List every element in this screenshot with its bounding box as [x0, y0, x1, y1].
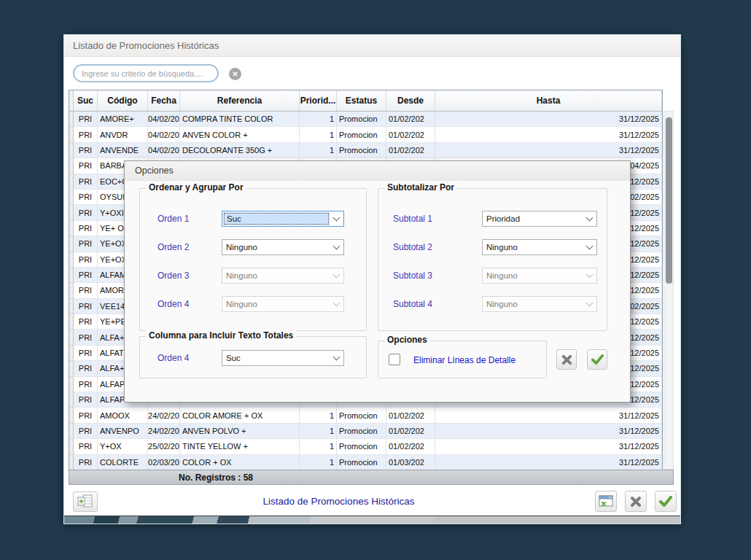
column-chooser-button[interactable] — [73, 491, 98, 512]
search-input[interactable] — [82, 69, 210, 78]
cell-suc: PRI — [74, 424, 98, 439]
table-row[interactable]: PRIAMOOX24/02/20COLOR AMORE + OX1Promoci… — [69, 408, 662, 423]
scrollbar-thumb[interactable] — [666, 117, 672, 284]
eliminar-lineas-checkbox[interactable] — [389, 354, 400, 365]
orden-3-combobox[interactable]: Ninguno — [222, 268, 344, 284]
window-titlebar[interactable]: Listado de Promociones Históricas — [64, 35, 680, 57]
circle-x-icon: ✕ — [232, 70, 238, 78]
orden-3-value: Ninguno — [222, 268, 330, 283]
cell-suc: PRI — [74, 112, 98, 127]
table-row[interactable]: PRIAMORE+04/02/20COMPRA TINTE COLOR1Prom… — [69, 112, 662, 127]
grid-header-row: SucCódigoFechaReferenciaPriorid...Estatu… — [69, 90, 662, 112]
cell-suc: PRI — [74, 268, 98, 283]
orden-2-label: Orden 2 — [157, 242, 189, 252]
search-box[interactable] — [73, 64, 219, 82]
cell-prioridad: 1 — [300, 424, 337, 439]
cell-suc: PRI — [74, 408, 98, 423]
subtotal-3-combobox[interactable]: Ninguno — [482, 268, 597, 284]
subtotal-2-value: Ninguno — [483, 240, 583, 254]
cell-codigo: ANVENDE — [98, 143, 148, 158]
cell-desde: 01/02/202 — [386, 112, 435, 127]
table-row[interactable]: PRIY+OX25/02/20TINTE YELLOW +1Promocion0… — [69, 439, 662, 454]
app-window-export-icon — [599, 495, 613, 508]
cell-hasta: 31/12/2025 — [435, 112, 662, 127]
group-columna-label: Columna para Incluir Texto Totales — [146, 330, 296, 341]
table-row[interactable]: PRIANVENPO24/02/20ANVEN POLVO +1Promocio… — [69, 424, 662, 439]
cell-suc: PRI — [74, 283, 98, 298]
subtotal-2-label: Subtotal 2 — [393, 242, 432, 252]
search-clear-button[interactable]: ✕ — [229, 68, 241, 80]
cell-suc: PRI — [74, 299, 98, 314]
eliminar-lineas-label[interactable]: Eliminar Líneas de Detalle — [413, 355, 515, 365]
cell-hasta: 31/12/2025 — [435, 439, 662, 454]
chevron-down-icon — [583, 211, 596, 226]
cell-suc: PRI — [74, 236, 98, 252]
dialog-accept-button[interactable] — [587, 349, 607, 370]
column-header-estatus[interactable]: Estatus — [337, 90, 386, 111]
cell-fecha: 04/02/20 — [148, 143, 180, 158]
cell-suc: PRI — [74, 392, 98, 408]
orden-2-combobox[interactable]: Ninguno — [222, 239, 344, 255]
window-title: Listado de Promociones Históricas — [73, 40, 219, 51]
record-count-label: No. Registros : 58 — [179, 472, 253, 483]
column-header-fecha[interactable]: Fecha — [148, 90, 180, 111]
columna-orden-1-value: Suc — [222, 351, 330, 365]
orden-4-combobox[interactable]: Ninguno — [222, 296, 344, 312]
cell-suc: PRI — [74, 439, 98, 454]
subtotal-1-combobox[interactable]: Prioridad — [482, 211, 597, 227]
search-area: ✕ — [64, 57, 680, 90]
vertical-scrollbar[interactable] — [664, 111, 674, 470]
table-row[interactable]: PRICOLORTE02/03/20COLOR + OX1Promocion01… — [69, 455, 662, 470]
preview-export-button[interactable] — [595, 491, 617, 512]
cell-desde: 01/03/202 — [386, 455, 435, 470]
column-header-codigo[interactable]: Código — [98, 90, 148, 111]
chevron-down-icon — [330, 240, 343, 254]
chevron-down-icon — [583, 268, 596, 283]
subtotal-2-combobox[interactable]: Ninguno — [482, 239, 597, 255]
orden-1-combobox[interactable]: Suc — [222, 211, 344, 227]
cell-prioridad: 1 — [300, 455, 337, 470]
accept-button[interactable] — [655, 491, 677, 512]
cell-codigo: ANVENPO — [98, 424, 148, 439]
dialog-titlebar[interactable]: Opciones — [125, 161, 630, 181]
column-header-suc[interactable]: Suc — [74, 90, 98, 111]
cell-referencia: COLOR AMORE + OX — [180, 408, 300, 423]
cell-suc: PRI — [74, 143, 98, 158]
column-header-prioridad[interactable]: Priorid... — [300, 90, 337, 111]
options-dialog: Opciones Ordenar y Agrupar Por Orden 1Su… — [124, 160, 631, 402]
columna-orden-1-combobox[interactable]: Suc — [222, 350, 344, 366]
table-row[interactable]: PRIANVDR04/02/20ANVEN COLOR +1Promocion0… — [69, 127, 662, 142]
cell-referencia: TINTE YELLOW + — [180, 439, 300, 454]
cell-codigo: Y+OX — [98, 439, 148, 454]
cell-suc: PRI — [74, 330, 98, 345]
cell-estatus: Promocion — [337, 127, 386, 142]
column-header-referencia[interactable]: Referencia — [180, 90, 300, 111]
cell-hasta: 31/12/2025 — [435, 408, 662, 423]
column-header-desde[interactable]: Desde — [386, 90, 435, 111]
cell-fecha: 24/02/20 — [148, 408, 180, 423]
cell-suc: PRI — [74, 252, 98, 268]
column-header-hasta[interactable]: Hasta — [435, 90, 662, 111]
x-icon — [561, 354, 572, 365]
cell-suc: PRI — [74, 455, 98, 470]
desktop: { "window": { "title": "Listado de Promo… — [0, 0, 751, 560]
chevron-down-icon — [330, 268, 343, 283]
orden-1-label: Orden 1 — [157, 214, 189, 224]
cell-suc: PRI — [74, 361, 98, 376]
cancel-button[interactable] — [625, 491, 647, 512]
cell-suc: PRI — [74, 158, 98, 174]
window-bottom-strip — [64, 516, 680, 524]
subtotal-4-combobox[interactable]: Ninguno — [482, 296, 597, 312]
orden-4-value: Ninguno — [222, 297, 330, 311]
cell-referencia: DECOLORANTE 350G + — [180, 143, 300, 158]
cell-estatus: Promocion — [337, 112, 386, 127]
table-row[interactable]: PRIANVENDE04/02/20DECOLORANTE 350G +1Pro… — [69, 143, 662, 158]
orden-3-label: Orden 3 — [157, 271, 189, 281]
cell-fecha: 24/02/20 — [148, 424, 180, 439]
cell-referencia: COLOR + OX — [180, 455, 300, 470]
subtotal-4-value: Ninguno — [483, 297, 583, 311]
cell-desde: 01/02/202 — [386, 424, 435, 439]
dialog-cancel-button[interactable] — [556, 349, 577, 370]
cell-estatus: Promocion — [337, 439, 386, 454]
columna-orden-1-label: Orden 4 — [157, 353, 189, 363]
